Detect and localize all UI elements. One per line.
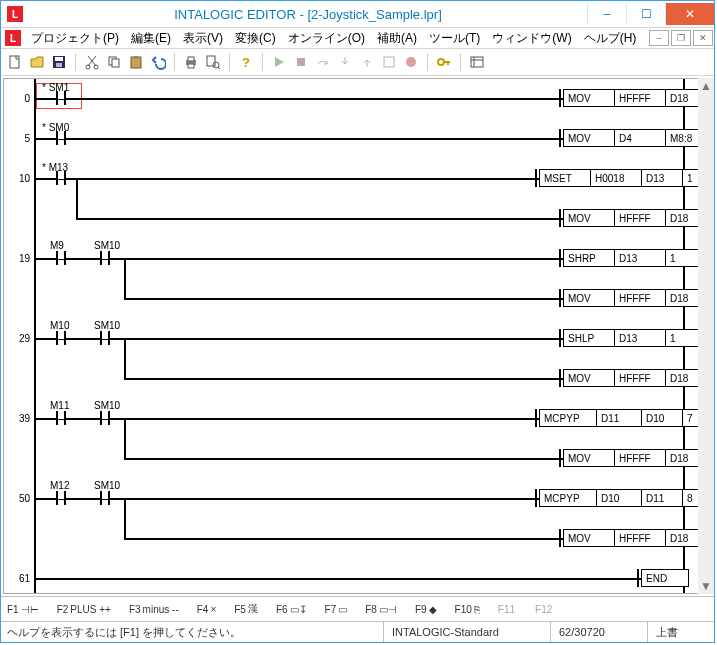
doc-icon: L: [5, 30, 21, 46]
instruction[interactable]: MOVHFFFFD18: [563, 289, 707, 307]
fn-f6[interactable]: F6▭↧: [276, 604, 307, 615]
contact-label: SM10: [94, 480, 120, 491]
stepout-button[interactable]: [357, 52, 377, 72]
instruction-operand: MOV: [563, 209, 615, 227]
undo-button[interactable]: [148, 52, 168, 72]
copy-icon: [106, 54, 122, 70]
fn-f11[interactable]: F11: [498, 604, 517, 615]
instruction-operand: MOV: [563, 449, 615, 467]
contact[interactable]: [98, 331, 112, 345]
stepcursor-button[interactable]: [379, 52, 399, 72]
mdi-restore-button[interactable]: ❐: [671, 30, 691, 46]
svg-rect-0: [10, 56, 19, 68]
menu-online[interactable]: オンライン(O): [282, 30, 371, 47]
close-button[interactable]: ✕: [665, 3, 714, 25]
instruction[interactable]: MCPYPD10D118: [539, 489, 712, 507]
print-button[interactable]: [181, 52, 201, 72]
contact[interactable]: [54, 491, 68, 505]
contact[interactable]: [98, 491, 112, 505]
fn-f7[interactable]: F7▭: [325, 604, 348, 615]
instruction-operand: MOV: [563, 129, 615, 147]
instruction[interactable]: MOVHFFFFD18: [563, 369, 707, 387]
instruction[interactable]: MSETH0018D131: [539, 169, 712, 187]
instruction-bracket: [637, 569, 639, 587]
new-button[interactable]: [5, 52, 25, 72]
open-button[interactable]: [27, 52, 47, 72]
menu-wnd[interactable]: ウィンドウ(W): [486, 30, 577, 47]
fn-f3[interactable]: F3minus --: [129, 604, 179, 615]
ladder-editor[interactable]: * SM10MOVHFFFFD18* SM05MOVD4M8:8* M1310M…: [3, 78, 712, 594]
props-button[interactable]: [467, 52, 487, 72]
stepinto-button[interactable]: [335, 52, 355, 72]
contact[interactable]: [54, 91, 68, 105]
vertical-scrollbar[interactable]: ▲ ▼: [698, 78, 714, 594]
menu-convert[interactable]: 変換(C): [229, 30, 282, 47]
preview-button[interactable]: [203, 52, 223, 72]
instruction[interactable]: END: [641, 569, 689, 587]
contact[interactable]: [98, 251, 112, 265]
contact-label: SM10: [94, 400, 120, 411]
instruction-operand: D11: [597, 409, 642, 427]
fnkey-label: F11: [498, 604, 515, 615]
svg-rect-13: [207, 56, 215, 66]
fn-f12[interactable]: F12: [535, 604, 554, 615]
mdi-close-button[interactable]: ✕: [693, 30, 713, 46]
breakpoint-button[interactable]: [401, 52, 421, 72]
undo-icon: [150, 54, 166, 70]
instruction[interactable]: SHLPD131: [563, 329, 707, 347]
contact[interactable]: [54, 251, 68, 265]
fn-f9[interactable]: F9◆: [415, 604, 437, 615]
menu-view[interactable]: 表示(V): [177, 30, 229, 47]
menu-assist[interactable]: 補助(A): [371, 30, 423, 47]
stepover-icon: [315, 54, 331, 70]
contact-label: SM10: [94, 240, 120, 251]
instruction[interactable]: MOVHFFFFD18: [563, 449, 707, 467]
fn-f5[interactable]: F5漢: [234, 602, 258, 616]
help-button[interactable]: ?: [236, 52, 256, 72]
instruction-bracket: [559, 129, 561, 147]
fn-f4[interactable]: F4×: [197, 604, 217, 615]
maximize-button[interactable]: ☐: [626, 3, 665, 25]
key-button[interactable]: [434, 52, 454, 72]
paste-button[interactable]: [126, 52, 146, 72]
scroll-up-icon[interactable]: ▲: [698, 78, 714, 94]
status-bar: ヘルプを表示するには [F1] を押してください。 INTALOGIC-Stan…: [1, 621, 714, 642]
fn-f8[interactable]: F8▭⊣: [365, 604, 397, 615]
instruction[interactable]: MOVHFFFFD18: [563, 529, 707, 547]
contact[interactable]: [54, 331, 68, 345]
mdi-minimize-button[interactable]: –: [649, 30, 669, 46]
fnkey-label: F4: [197, 604, 209, 615]
menu-help[interactable]: ヘルプ(H): [578, 30, 643, 47]
branch-line: [124, 498, 126, 538]
menu-project[interactable]: プロジェクト(P): [25, 30, 125, 47]
contact[interactable]: [54, 171, 68, 185]
save-button[interactable]: [49, 52, 69, 72]
contact[interactable]: [98, 411, 112, 425]
instruction[interactable]: MOVHFFFFD18: [563, 89, 707, 107]
cut-icon: [84, 54, 100, 70]
fn-f2[interactable]: F2PLUS ++: [57, 604, 111, 615]
cut-button[interactable]: [82, 52, 102, 72]
instruction[interactable]: MOVD4M8:8: [563, 129, 707, 147]
stepover-button[interactable]: [313, 52, 333, 72]
instruction-operand: MOV: [563, 289, 615, 307]
scroll-down-icon[interactable]: ▼: [698, 578, 714, 594]
instruction[interactable]: SHRPD131: [563, 249, 707, 267]
instruction[interactable]: MCPYPD11D107: [539, 409, 712, 427]
left-bus: [34, 79, 36, 594]
run-button[interactable]: [269, 52, 289, 72]
stop-button[interactable]: [291, 52, 311, 72]
contact[interactable]: [54, 131, 68, 145]
fnkey-label: F10: [455, 604, 472, 615]
contact[interactable]: [54, 411, 68, 425]
instruction-operand: END: [641, 569, 689, 587]
menu-bar: プロジェクト(P)編集(E)表示(V)変換(C)オンライン(O)補助(A)ツール…: [25, 30, 648, 47]
instruction[interactable]: MOVHFFFFD18: [563, 209, 707, 227]
copy-button[interactable]: [104, 52, 124, 72]
menu-tool[interactable]: ツール(T): [423, 30, 486, 47]
fn-f10[interactable]: F10⎘: [455, 604, 480, 615]
menu-edit[interactable]: 編集(E): [125, 30, 177, 47]
contact-label: M12: [50, 480, 69, 491]
fn-f1[interactable]: F1⊣⊢: [7, 604, 39, 615]
minimize-button[interactable]: –: [587, 3, 626, 25]
